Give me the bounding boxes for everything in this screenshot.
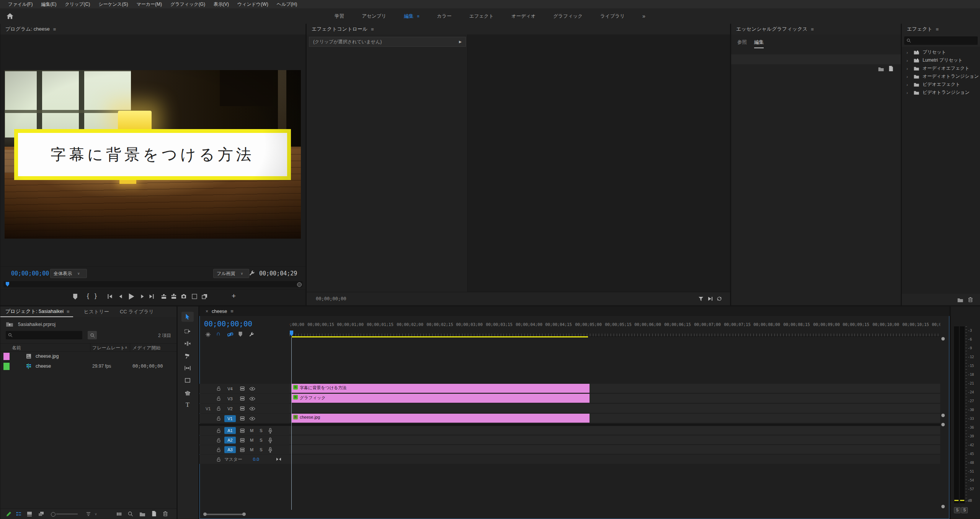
workspace-tab-audio[interactable]: オーディオ	[511, 13, 536, 20]
menu-view[interactable]: 表示(V)	[209, 1, 233, 8]
sync-lock-icon[interactable]	[240, 406, 245, 411]
scrubber-zoom-handle[interactable]	[297, 282, 302, 287]
menu-file[interactable]: ファイル(F)	[4, 1, 37, 8]
program-settings-wrench-icon[interactable]	[248, 270, 255, 277]
mark-out-button[interactable]: }	[95, 292, 97, 300]
lock-icon[interactable]	[216, 428, 221, 433]
menu-clip[interactable]: クリップ(C)	[60, 1, 94, 8]
track-a1-label[interactable]: A1	[224, 427, 236, 434]
project-search-input[interactable]	[15, 332, 74, 338]
master-level-value[interactable]: 0.0	[253, 457, 259, 462]
timeline-settings-wrench-icon[interactable]	[248, 331, 255, 337]
extract-icon[interactable]	[170, 293, 177, 300]
meter-solo-right-button[interactable]: S	[961, 507, 968, 513]
program-scrubber[interactable]	[3, 281, 302, 287]
chevron-right-icon[interactable]: ›	[906, 74, 910, 79]
chevron-right-icon[interactable]: ›	[906, 82, 910, 87]
menu-graphics[interactable]: グラフィック(G)	[166, 1, 209, 8]
chevron-right-icon[interactable]: ›	[906, 58, 910, 63]
graphics-layer-list[interactable]	[731, 54, 901, 64]
new-layer-folder-icon[interactable]	[878, 66, 884, 72]
effects-folder-label[interactable]: プリセット	[923, 49, 946, 56]
toggle-track-output-eye-icon[interactable]	[249, 396, 255, 401]
automate-to-sequence-icon[interactable]	[116, 511, 123, 517]
comparison-view-icon[interactable]	[201, 293, 209, 300]
scrollbar-zoom-handle-left[interactable]	[203, 512, 207, 516]
voiceover-mic-icon[interactable]	[268, 447, 273, 453]
sort-caret-icon[interactable]: ∨	[95, 512, 97, 516]
pen-rectangle-tool[interactable]	[181, 375, 194, 385]
find-icon[interactable]	[127, 511, 133, 517]
column-framerate[interactable]: フレームレート	[92, 345, 125, 351]
ripple-edit-tool[interactable]	[181, 339, 194, 349]
cc-libraries-tab[interactable]: CC ライブラリ	[120, 308, 154, 315]
vertical-scroll-handle-top[interactable]	[941, 337, 945, 341]
timeline-horizontal-scrollbar[interactable]	[199, 512, 949, 517]
snap-magnet-icon[interactable]: ∩	[216, 330, 220, 337]
effects-folder-audio-transitions[interactable]: › オーディオトランジション	[902, 72, 980, 80]
timeline-tab-label[interactable]: cheese	[212, 309, 227, 314]
new-bin-icon[interactable]	[139, 511, 146, 517]
export-frame-camera-icon[interactable]	[180, 293, 187, 300]
button-editor-plus[interactable]: +	[232, 292, 236, 300]
timeline-playhead-line[interactable]	[291, 337, 292, 510]
solo-button[interactable]: S	[260, 447, 262, 452]
nest-sequence-icon[interactable]	[205, 331, 211, 338]
timeline-clip-v4-subtitle[interactable]: fx 字幕に背景をつける方法	[292, 384, 590, 393]
play-button-icon[interactable]	[127, 293, 135, 300]
search-bin-button[interactable]	[88, 331, 97, 339]
effects-panel-title[interactable]: エフェクト	[907, 26, 933, 33]
effects-search-box[interactable]	[904, 36, 978, 45]
breadcrumb[interactable]: 5asiahaikei.prproj	[18, 322, 56, 327]
icon-view-icon[interactable]	[26, 511, 33, 517]
workspace-tab-menu-icon[interactable]: ≡	[417, 14, 419, 18]
zoom-slider-track[interactable]	[56, 514, 78, 514]
lock-icon[interactable]	[216, 396, 221, 401]
scrollbar-zoom-handle-right[interactable]	[242, 512, 246, 516]
meter-solo-left-button[interactable]: S	[954, 507, 960, 513]
project-writable-pencil-icon[interactable]	[6, 511, 12, 517]
effects-folder-audio-effects[interactable]: › オーディオエフェクト	[902, 64, 980, 72]
pan-bowtie-icon[interactable]	[276, 457, 281, 462]
scrollbar-thumb[interactable]	[206, 514, 243, 515]
solo-button[interactable]: S	[260, 428, 262, 433]
timeline-clip-v1-cheese-jpg[interactable]: fx cheese.jpg	[292, 414, 590, 423]
vertical-scroll-handle-video-bottom[interactable]	[941, 414, 945, 417]
toggle-track-output-eye-icon[interactable]	[249, 386, 255, 391]
program-fit-dropdown[interactable]: 全体表示 ∨	[50, 269, 87, 278]
menu-marker[interactable]: マーカー(M)	[132, 1, 166, 8]
program-current-timecode[interactable]: 00;00;00;00	[11, 270, 49, 277]
sync-lock-icon[interactable]	[240, 438, 245, 443]
workspace-tab-effects[interactable]: エフェクト	[469, 13, 494, 20]
linked-selection-icon[interactable]	[227, 331, 234, 338]
project-search-box[interactable]	[6, 331, 82, 339]
vertical-scroll-handle-audio-top[interactable]	[941, 423, 945, 426]
project-tab[interactable]: プロジェクト: 5asiahaikei ≡	[0, 306, 73, 317]
effects-folder-video-transitions[interactable]: › ビデオトランジション	[902, 88, 980, 97]
track-v4-label[interactable]: V4	[224, 385, 236, 392]
sync-lock-icon[interactable]	[240, 447, 245, 452]
add-marker-icon[interactable]	[72, 293, 78, 300]
sync-lock-icon[interactable]	[240, 396, 245, 401]
timeline-ruler[interactable]: 00;00;00;00 00;00;00;15 00;00;01;00 00;0…	[289, 317, 940, 337]
go-to-in-icon[interactable]	[107, 293, 113, 300]
sort-icon[interactable]	[85, 511, 91, 517]
mark-in-button[interactable]: {	[87, 292, 89, 300]
sort-ascending-icon[interactable]: ∧	[125, 345, 127, 349]
new-custom-bin-icon[interactable]	[957, 297, 964, 303]
slip-tool[interactable]	[181, 363, 194, 373]
bin-up-icon[interactable]	[6, 321, 13, 327]
menu-help[interactable]: ヘルプ(H)	[273, 1, 302, 8]
effects-folder-presets[interactable]: › プリセット	[902, 48, 980, 56]
lock-icon[interactable]	[216, 447, 221, 452]
sync-lock-icon[interactable]	[240, 416, 245, 421]
list-view-icon[interactable]	[16, 511, 22, 517]
toggle-track-output-eye-icon[interactable]	[249, 416, 255, 421]
label-color-chip[interactable]	[3, 353, 10, 360]
go-to-out-icon[interactable]	[148, 293, 155, 300]
workspace-tab-libraries[interactable]: ライブラリ	[600, 13, 625, 20]
effect-controls-title[interactable]: エフェクトコントロール	[312, 26, 368, 33]
effects-folder-label[interactable]: ビデオトランジション	[923, 89, 970, 96]
workspace-tab-graphics[interactable]: グラフィック	[553, 13, 583, 20]
effects-folder-label[interactable]: ビデオエフェクト	[923, 81, 960, 88]
